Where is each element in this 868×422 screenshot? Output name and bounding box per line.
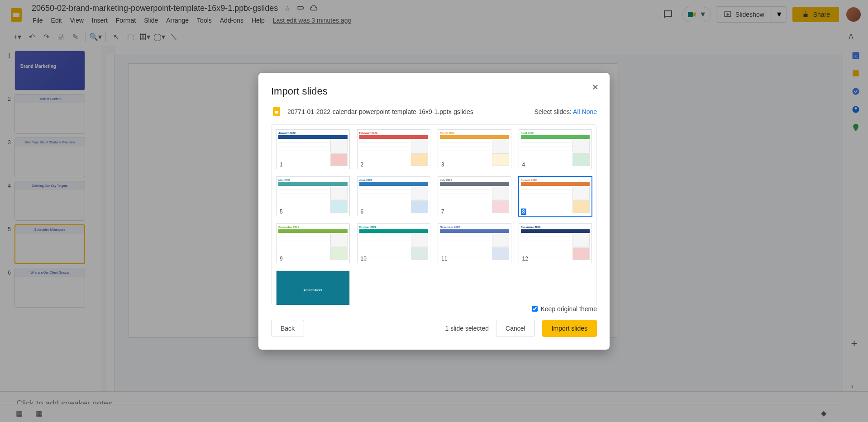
source-file-name: 20771-01-2022-calendar-powerpoint-templa… [287, 108, 529, 115]
import-thumb-6[interactable]: June 20226 [357, 176, 431, 216]
back-button[interactable]: Back [271, 320, 304, 337]
import-thumb-4[interactable]: April 20224 [519, 129, 592, 169]
import-thumb-5[interactable]: May 20225 [276, 176, 350, 216]
select-none-link[interactable]: None [582, 108, 597, 115]
selected-count: 1 slide selected [445, 325, 489, 332]
import-thumb-11[interactable]: November 202211 [438, 223, 511, 263]
import-slides-button[interactable]: Import slides [542, 320, 597, 337]
keep-theme-checkbox[interactable] [532, 306, 538, 312]
import-thumb-13[interactable]: ■ SlideModel [276, 270, 350, 305]
import-thumb-8[interactable]: August 20228 [519, 176, 592, 216]
cancel-button[interactable]: Cancel [496, 320, 535, 337]
import-thumb-3[interactable]: March 20223 [438, 129, 511, 169]
import-thumb-7[interactable]: July 20227 [438, 176, 511, 216]
svg-rect-11 [275, 111, 278, 114]
slides-grid: January 20221February 20222March 20223Ap… [271, 124, 597, 305]
select-slides-label: Select slides: All None [534, 108, 597, 115]
import-thumb-2[interactable]: February 20222 [357, 129, 431, 169]
select-all-link[interactable]: All [573, 108, 580, 115]
import-thumb-12[interactable]: December 202212 [519, 223, 592, 263]
import-thumb-10[interactable]: October 202210 [357, 223, 431, 263]
keep-theme-label: Keep original theme [540, 305, 597, 313]
import-slides-dialog: ✕ Import slides 20771-01-2022-calendar-p… [258, 73, 610, 350]
import-thumb-1[interactable]: January 20221 [276, 129, 350, 169]
slides-file-icon [271, 106, 282, 117]
modal-overlay: ✕ Import slides 20771-01-2022-calendar-p… [0, 0, 868, 422]
close-icon[interactable]: ✕ [590, 82, 601, 93]
dialog-title: Import slides [271, 85, 597, 97]
import-thumb-9[interactable]: September 20229 [276, 223, 350, 263]
